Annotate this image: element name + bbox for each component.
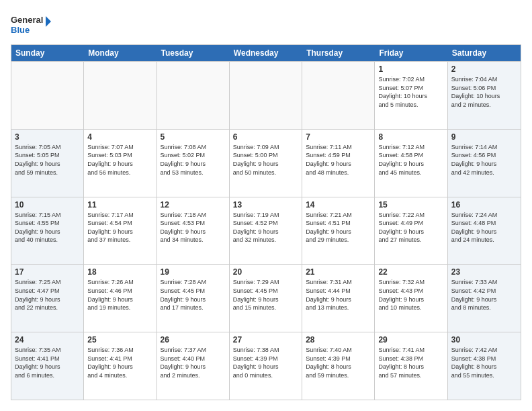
day-number: 26 (161, 335, 226, 345)
header-day: Friday (375, 45, 447, 61)
day-number: 5 (161, 132, 226, 142)
day-info: Sunrise: 7:04 AM Sunset: 5:06 PM Dayligh… (451, 75, 517, 109)
day-info: Sunrise: 7:17 AM Sunset: 4:54 PM Dayligh… (87, 211, 152, 244)
day-info: Sunrise: 7:07 AM Sunset: 5:03 PM Dayligh… (87, 143, 152, 177)
calendar-cell: 8Sunrise: 7:12 AM Sunset: 4:58 PM Daylig… (375, 130, 447, 197)
calendar-header: SundayMondayTuesdayWednesdayThursdayFrid… (11, 45, 521, 61)
calendar-cell (230, 62, 302, 129)
calendar-cell: 30Sunrise: 7:42 AM Sunset: 4:38 PM Dayli… (448, 332, 521, 400)
day-number: 30 (451, 335, 517, 345)
day-info: Sunrise: 7:02 AM Sunset: 5:07 PM Dayligh… (378, 75, 443, 109)
calendar-cell: 10Sunrise: 7:15 AM Sunset: 4:55 PM Dayli… (11, 197, 84, 265)
calendar-cell: 25Sunrise: 7:36 AM Sunset: 4:41 PM Dayli… (84, 332, 157, 400)
day-info: Sunrise: 7:21 AM Sunset: 4:51 PM Dayligh… (306, 211, 371, 244)
day-number: 4 (87, 132, 152, 142)
day-number: 3 (15, 132, 80, 142)
calendar-cell (11, 62, 84, 129)
calendar-cell: 6Sunrise: 7:09 AM Sunset: 5:00 PM Daylig… (230, 130, 302, 197)
day-number: 28 (306, 335, 371, 345)
day-info: Sunrise: 7:15 AM Sunset: 4:55 PM Dayligh… (15, 211, 80, 244)
day-number: 12 (161, 200, 226, 210)
day-number: 25 (87, 335, 152, 345)
day-info: Sunrise: 7:09 AM Sunset: 5:00 PM Dayligh… (233, 143, 298, 177)
day-info: Sunrise: 7:14 AM Sunset: 4:56 PM Dayligh… (451, 143, 517, 177)
day-info: Sunrise: 7:33 AM Sunset: 4:42 PM Dayligh… (451, 278, 517, 312)
day-number: 8 (378, 132, 443, 142)
day-number: 29 (378, 335, 443, 345)
calendar-row: 3Sunrise: 7:05 AM Sunset: 5:05 PM Daylig… (11, 129, 521, 197)
header-day: Sunday (11, 45, 84, 61)
calendar-row: 17Sunrise: 7:25 AM Sunset: 4:47 PM Dayli… (11, 264, 521, 332)
calendar-cell: 26Sunrise: 7:37 AM Sunset: 4:40 PM Dayli… (157, 332, 230, 400)
calendar-cell: 28Sunrise: 7:40 AM Sunset: 4:39 PM Dayli… (302, 332, 375, 400)
header-day: Tuesday (157, 45, 230, 61)
calendar-cell: 15Sunrise: 7:22 AM Sunset: 4:49 PM Dayli… (375, 197, 447, 265)
logo: General Blue (11, 11, 51, 38)
day-info: Sunrise: 7:26 AM Sunset: 4:46 PM Dayligh… (87, 278, 152, 312)
calendar-cell: 1Sunrise: 7:02 AM Sunset: 5:07 PM Daylig… (375, 62, 447, 129)
calendar-cell: 20Sunrise: 7:29 AM Sunset: 4:45 PM Dayli… (230, 265, 302, 332)
calendar-cell: 16Sunrise: 7:24 AM Sunset: 4:48 PM Dayli… (448, 197, 521, 265)
day-number: 2 (451, 64, 517, 74)
calendar-cell: 24Sunrise: 7:35 AM Sunset: 4:41 PM Dayli… (11, 332, 84, 400)
day-info: Sunrise: 7:42 AM Sunset: 4:38 PM Dayligh… (451, 346, 517, 379)
day-number: 13 (233, 200, 298, 210)
header-day: Wednesday (230, 45, 302, 61)
day-number: 1 (378, 64, 443, 74)
day-info: Sunrise: 7:40 AM Sunset: 4:39 PM Dayligh… (306, 346, 371, 379)
day-number: 24 (15, 335, 80, 345)
day-info: Sunrise: 7:22 AM Sunset: 4:49 PM Dayligh… (378, 211, 443, 244)
calendar-cell: 13Sunrise: 7:19 AM Sunset: 4:52 PM Dayli… (230, 197, 302, 265)
calendar-cell: 21Sunrise: 7:31 AM Sunset: 4:44 PM Dayli… (302, 265, 375, 332)
svg-text:Blue: Blue (11, 25, 30, 35)
calendar: SundayMondayTuesdayWednesdayThursdayFrid… (11, 44, 521, 400)
day-info: Sunrise: 7:41 AM Sunset: 4:38 PM Dayligh… (378, 346, 443, 379)
day-number: 17 (15, 267, 80, 277)
logo-svg: General Blue (11, 11, 51, 38)
day-number: 15 (378, 200, 443, 210)
calendar-cell: 7Sunrise: 7:11 AM Sunset: 4:59 PM Daylig… (302, 130, 375, 197)
day-info: Sunrise: 7:38 AM Sunset: 4:39 PM Dayligh… (233, 346, 298, 379)
calendar-cell: 9Sunrise: 7:14 AM Sunset: 4:56 PM Daylig… (448, 130, 521, 197)
calendar-cell: 5Sunrise: 7:08 AM Sunset: 5:02 PM Daylig… (157, 130, 230, 197)
day-info: Sunrise: 7:24 AM Sunset: 4:48 PM Dayligh… (451, 211, 517, 244)
calendar-cell: 4Sunrise: 7:07 AM Sunset: 5:03 PM Daylig… (84, 130, 157, 197)
day-info: Sunrise: 7:31 AM Sunset: 4:44 PM Dayligh… (306, 278, 371, 312)
day-number: 10 (15, 200, 80, 210)
day-number: 19 (161, 267, 226, 277)
day-info: Sunrise: 7:25 AM Sunset: 4:47 PM Dayligh… (15, 278, 80, 312)
svg-text:General: General (11, 15, 43, 25)
day-info: Sunrise: 7:37 AM Sunset: 4:40 PM Dayligh… (161, 346, 226, 379)
day-number: 21 (306, 267, 371, 277)
day-number: 27 (233, 335, 298, 345)
day-number: 18 (87, 267, 152, 277)
page-header: General Blue (11, 11, 521, 38)
calendar-row: 1Sunrise: 7:02 AM Sunset: 5:07 PM Daylig… (11, 61, 521, 129)
calendar-row: 24Sunrise: 7:35 AM Sunset: 4:41 PM Dayli… (11, 332, 521, 400)
calendar-cell: 14Sunrise: 7:21 AM Sunset: 4:51 PM Dayli… (302, 197, 375, 265)
day-info: Sunrise: 7:18 AM Sunset: 4:53 PM Dayligh… (161, 211, 226, 244)
calendar-cell: 23Sunrise: 7:33 AM Sunset: 4:42 PM Dayli… (448, 265, 521, 332)
calendar-cell: 3Sunrise: 7:05 AM Sunset: 5:05 PM Daylig… (11, 130, 84, 197)
day-number: 23 (451, 267, 517, 277)
day-number: 9 (451, 132, 517, 142)
calendar-cell: 27Sunrise: 7:38 AM Sunset: 4:39 PM Dayli… (230, 332, 302, 400)
day-number: 20 (233, 267, 298, 277)
day-info: Sunrise: 7:28 AM Sunset: 4:45 PM Dayligh… (161, 278, 226, 312)
calendar-cell: 17Sunrise: 7:25 AM Sunset: 4:47 PM Dayli… (11, 265, 84, 332)
day-number: 16 (451, 200, 517, 210)
day-info: Sunrise: 7:19 AM Sunset: 4:52 PM Dayligh… (233, 211, 298, 244)
header-day: Monday (84, 45, 157, 61)
day-info: Sunrise: 7:29 AM Sunset: 4:45 PM Dayligh… (233, 278, 298, 312)
day-number: 7 (306, 132, 371, 142)
day-number: 6 (233, 132, 298, 142)
calendar-row: 10Sunrise: 7:15 AM Sunset: 4:55 PM Dayli… (11, 197, 521, 265)
calendar-cell: 18Sunrise: 7:26 AM Sunset: 4:46 PM Dayli… (84, 265, 157, 332)
calendar-cell: 19Sunrise: 7:28 AM Sunset: 4:45 PM Dayli… (157, 265, 230, 332)
day-number: 14 (306, 200, 371, 210)
day-info: Sunrise: 7:12 AM Sunset: 4:58 PM Dayligh… (378, 143, 443, 177)
header-day: Thursday (302, 45, 375, 61)
calendar-cell: 29Sunrise: 7:41 AM Sunset: 4:38 PM Dayli… (375, 332, 447, 400)
calendar-cell: 12Sunrise: 7:18 AM Sunset: 4:53 PM Dayli… (157, 197, 230, 265)
calendar-cell: 11Sunrise: 7:17 AM Sunset: 4:54 PM Dayli… (84, 197, 157, 265)
